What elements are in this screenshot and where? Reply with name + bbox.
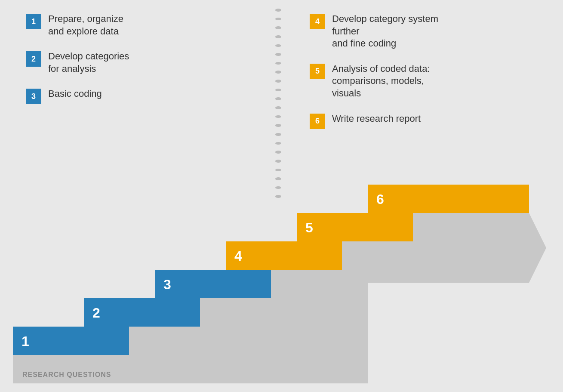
dot bbox=[275, 115, 281, 118]
dot bbox=[275, 44, 281, 47]
svg-text:RESEARCH QUESTIONS: RESEARCH QUESTIONS bbox=[22, 371, 111, 378]
legend-text-5: Analysis of coded data:comparisons, mode… bbox=[332, 63, 444, 100]
legend-left: 1 Prepare, organizeand explore data 2 De… bbox=[26, 13, 129, 117]
dot bbox=[275, 142, 281, 145]
badge-2: 2 bbox=[26, 51, 41, 67]
svg-text:2: 2 bbox=[92, 305, 100, 321]
dot bbox=[275, 169, 281, 172]
svg-text:5: 5 bbox=[305, 220, 313, 235]
dot bbox=[275, 106, 281, 109]
svg-rect-1 bbox=[13, 327, 129, 355]
legend-item-4: 4 Develop category system furtherand fin… bbox=[310, 13, 444, 50]
dot bbox=[275, 97, 281, 100]
dot bbox=[275, 35, 281, 38]
legend-text-1: Prepare, organizeand explore data bbox=[48, 13, 123, 37]
dot bbox=[275, 62, 281, 65]
svg-text:6: 6 bbox=[376, 191, 384, 207]
svg-rect-5 bbox=[297, 213, 413, 241]
svg-rect-2 bbox=[84, 298, 200, 327]
svg-rect-4 bbox=[226, 241, 342, 270]
dot bbox=[275, 80, 281, 83]
dot bbox=[275, 151, 281, 154]
legend-text-6: Write research report bbox=[332, 113, 421, 125]
dot bbox=[275, 9, 281, 12]
legend-text-4: Develop category system furtherand fine … bbox=[332, 13, 444, 50]
legend-right: 4 Develop category system furtherand fin… bbox=[310, 13, 444, 142]
svg-text:1: 1 bbox=[22, 333, 29, 349]
svg-text:3: 3 bbox=[163, 277, 171, 292]
dot bbox=[275, 53, 281, 56]
dot bbox=[275, 26, 281, 29]
dot bbox=[275, 18, 281, 21]
badge-6: 6 bbox=[310, 114, 325, 129]
badge-3: 3 bbox=[26, 89, 41, 104]
badge-1: 1 bbox=[26, 14, 41, 29]
legend-item-1: 1 Prepare, organizeand explore data bbox=[26, 13, 129, 37]
stair-diagram: 1 2 3 4 5 6 RESEARCH QUESTIONS bbox=[0, 177, 563, 383]
dot bbox=[275, 133, 281, 136]
svg-rect-6 bbox=[368, 185, 529, 213]
legend-text-3: Basic coding bbox=[48, 88, 102, 100]
legend-text-2: Develop categoriesfor analysis bbox=[48, 50, 129, 75]
svg-text:4: 4 bbox=[234, 248, 242, 264]
dot bbox=[275, 71, 281, 74]
dot bbox=[275, 124, 281, 127]
legend-item-3: 3 Basic coding bbox=[26, 88, 129, 104]
dotted-divider bbox=[275, 9, 281, 198]
dot bbox=[275, 160, 281, 163]
legend-item-5: 5 Analysis of coded data:comparisons, mo… bbox=[310, 63, 444, 100]
svg-rect-3 bbox=[155, 270, 271, 298]
legend-item-6: 6 Write research report bbox=[310, 113, 444, 129]
badge-4: 4 bbox=[310, 14, 325, 29]
dot bbox=[275, 89, 281, 92]
badge-5: 5 bbox=[310, 64, 325, 79]
legend-item-2: 2 Develop categoriesfor analysis bbox=[26, 50, 129, 75]
